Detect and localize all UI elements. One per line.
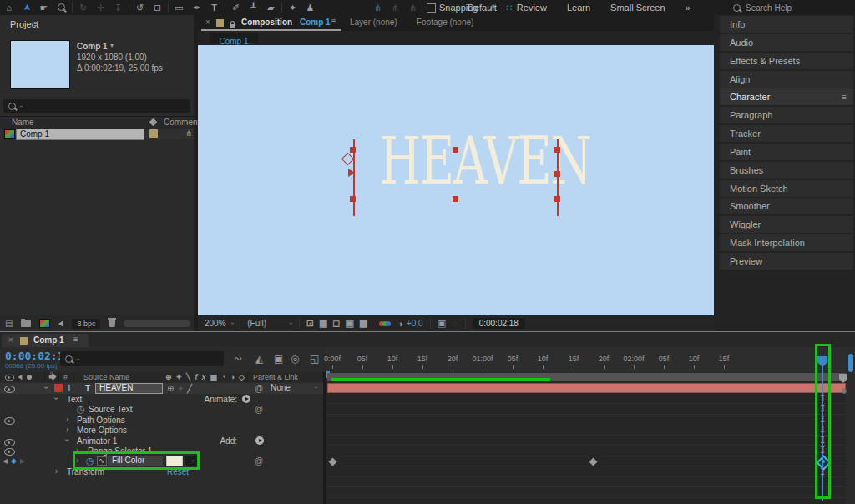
column-name[interactable]: Name <box>12 118 34 127</box>
comp-button-icon[interactable]: ◆ <box>841 386 847 395</box>
label-column-icon[interactable] <box>149 118 158 127</box>
pan-camera-tool-icon[interactable]: ✛ <box>92 0 109 15</box>
interpret-footage-icon[interactable]: ▤ <box>5 319 13 328</box>
close-icon[interactable]: × <box>205 18 210 27</box>
layer-twirl-icon[interactable]: › <box>42 386 51 389</box>
lock-icon[interactable] <box>230 24 235 28</box>
eraser-tool-icon[interactable]: ▰ <box>262 0 280 15</box>
selector-start-arrow-icon[interactable] <box>348 169 355 177</box>
timeline-vertical-scrollbar[interactable] <box>848 354 853 372</box>
composition-mini-flowchart-icon[interactable]: ∾ <box>234 353 242 365</box>
tab-composition-label[interactable]: Composition <box>241 18 292 27</box>
magnification-value[interactable]: 200% <box>205 319 226 328</box>
solo-column-icon[interactable] <box>27 375 32 380</box>
view-options-icons[interactable]: ⊡▦◻▣▩ <box>306 318 373 329</box>
selection-handle[interactable] <box>453 196 458 202</box>
workspace-overflow-icon[interactable]: » <box>686 3 691 13</box>
horizontal-scrollbar[interactable] <box>124 320 190 327</box>
twirl-icon[interactable]: › <box>63 439 72 441</box>
sidebar-item-wiggler[interactable]: Wiggler <box>720 216 853 233</box>
selection-handle[interactable] <box>554 147 560 153</box>
view-axis-icon[interactable]: ⋔ <box>404 0 422 15</box>
keyframe-prev-icon[interactable]: ◀ <box>3 456 8 466</box>
selection-handle[interactable] <box>453 147 458 153</box>
sidebar-item-brushes[interactable]: Brushes <box>720 162 853 179</box>
search-help-box[interactable]: Search Help <box>728 2 855 13</box>
tab-composition-comp-name[interactable]: Comp 1 <box>300 18 331 27</box>
sidebar-item-smoother[interactable]: Smoother <box>720 198 853 214</box>
sidebar-item-effects-presets[interactable]: Effects & Presets <box>720 53 853 69</box>
layer-label-chip[interactable] <box>54 384 63 392</box>
workspace-learn[interactable]: Learn <box>567 3 590 13</box>
workspace-review[interactable]: Review <box>517 3 547 13</box>
sidebar-item-motion-sketch[interactable]: Motion Sketch <box>720 180 853 197</box>
project-row-name[interactable]: Comp 1 <box>20 129 49 139</box>
exposure-value[interactable]: +0,0 <box>407 319 423 328</box>
selection-handle[interactable] <box>350 147 356 153</box>
rotate-tool-icon[interactable]: ↺ <box>131 0 149 15</box>
close-icon[interactable]: × <box>8 335 13 345</box>
comp-thumbnail[interactable] <box>10 40 70 89</box>
timeline-menu-icon[interactable]: ≡ <box>73 335 78 344</box>
resolution-chevron-icon[interactable]: › <box>287 322 295 325</box>
delete-icon[interactable] <box>109 320 115 327</box>
row-source-text[interactable]: ◷ Source Text @ <box>0 404 323 415</box>
parent-pickwhip-icon[interactable]: @ <box>255 383 263 394</box>
shape-tool-icon[interactable]: ▭ <box>170 0 188 15</box>
roto-brush-tool-icon[interactable]: ✦ <box>284 0 301 15</box>
project-search-input[interactable]: › <box>3 99 190 113</box>
type-tool-icon[interactable]: T <box>205 0 223 15</box>
time-ruler[interactable] <box>326 347 846 372</box>
column-source-name[interactable]: Source Name <box>83 373 129 381</box>
timeline-tab-name[interactable]: Comp 1 <box>33 335 64 345</box>
comp-info-name[interactable]: Comp 1 <box>77 42 108 51</box>
animate-button-icon[interactable] <box>242 395 250 403</box>
selection-tool-icon[interactable]: ➤ <box>19 0 34 17</box>
row-more-options[interactable]: › More Options <box>0 425 323 436</box>
project-row-comp1[interactable]: Comp 1 ⋔ <box>0 129 194 139</box>
sidebar-item-audio[interactable]: Audio <box>720 34 853 51</box>
property-group-label[interactable]: More Options <box>77 425 127 436</box>
sidebar-item-mask-interpolation[interactable]: Mask Interpolation <box>720 234 853 251</box>
twirl-icon[interactable]: › <box>66 415 68 424</box>
anchor-point-icon[interactable] <box>341 153 355 166</box>
comp-info-caret-icon[interactable]: ▾ <box>110 42 114 49</box>
tab-layer[interactable]: Layer (none) <box>350 18 397 27</box>
zoom-tool-icon[interactable] <box>53 0 70 15</box>
label-column-icon[interactable] <box>49 373 56 380</box>
sidebar-item-tracker[interactable]: Tracker <box>720 125 853 142</box>
audio-column-icon[interactable] <box>18 375 23 380</box>
pan-behind-tool-icon[interactable]: ⊡ <box>149 0 166 15</box>
viewer-timecode[interactable]: 0:00:02:18 <box>473 318 525 329</box>
snapping-checkbox[interactable] <box>427 3 436 13</box>
layer-switch-anchor-icon[interactable]: ⊕ <box>167 383 174 394</box>
layer-switch-shy-icon[interactable]: ✦ <box>177 383 184 394</box>
sidebar-item-paint[interactable]: Paint <box>720 144 853 160</box>
video-column-icon[interactable] <box>5 375 14 381</box>
twirl-icon[interactable]: › <box>66 425 68 434</box>
magnification-chevron-icon[interactable]: › <box>228 322 235 325</box>
keyframe-toggle-icon[interactable]: ◆ <box>11 456 17 466</box>
viewer-panel-menu-icon[interactable]: ≡ <box>331 17 336 26</box>
column-index[interactable]: # <box>63 373 68 381</box>
new-composition-icon[interactable] <box>39 319 50 328</box>
timeline-tab[interactable]: × Comp 1 ≡ <box>2 334 89 347</box>
clone-stamp-tool-icon[interactable]: ┻ <box>245 0 262 15</box>
parent-dropdown[interactable]: None › <box>266 383 321 393</box>
expression-pickwhip-icon[interactable]: @ <box>255 404 263 415</box>
heaven-text-layer[interactable]: HEAVEN <box>379 129 530 194</box>
puppet-pin-tool-icon[interactable]: ♟ <box>301 0 319 15</box>
switches-column-icons[interactable]: ⊕✦╲fx▦◔◑◇ <box>165 373 249 381</box>
visibility-eye-icon[interactable] <box>4 417 15 425</box>
twirl-icon[interactable]: › <box>52 397 61 400</box>
tab-footage[interactable]: Footage (none) <box>417 18 473 27</box>
project-panel-menu-icon[interactable]: ≡ <box>33 18 38 28</box>
layer-name-box[interactable]: HEAVEN <box>95 383 163 394</box>
column-parent-link[interactable]: Parent & Link <box>253 373 298 381</box>
motion-blur-icon[interactable]: ◎ <box>291 353 299 365</box>
composition-canvas[interactable]: HEAVEN <box>198 45 714 315</box>
column-comment[interactable]: Comment <box>164 118 200 127</box>
timeline-search-input[interactable]: › <box>60 351 224 366</box>
panel-menu-icon[interactable]: ≡ <box>842 92 847 102</box>
selection-handle[interactable] <box>554 196 560 202</box>
